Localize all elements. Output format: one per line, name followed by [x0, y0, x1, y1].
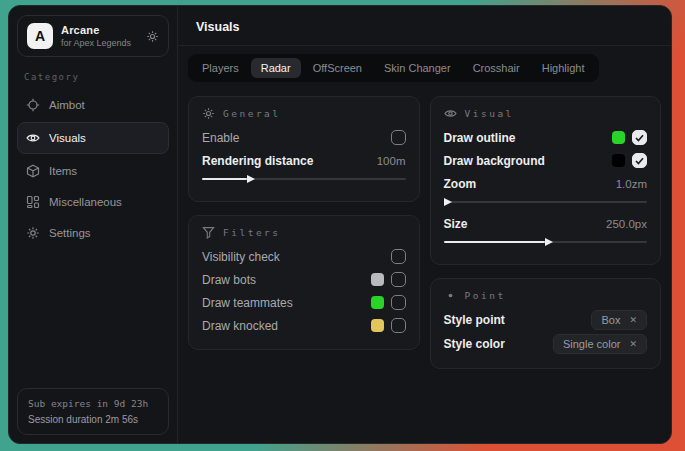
tab-radar[interactable]: Radar [251, 58, 301, 78]
zoom-slider[interactable] [444, 198, 648, 206]
filters-panel-head: Filters [202, 226, 406, 239]
slider-track [202, 178, 406, 180]
tab-offscreen[interactable]: OffScreen [303, 58, 372, 78]
tab-crosshair[interactable]: Crosshair [463, 58, 530, 78]
rendering-distance-label: Rendering distance [202, 154, 313, 168]
size-label: Size [444, 217, 468, 231]
slider-fill [202, 178, 247, 180]
slider-thumb[interactable] [247, 175, 255, 183]
brand-card: A Arcane for Apex Legends [17, 15, 169, 57]
draw-knocked-row: Draw knocked [202, 314, 406, 337]
draw-background-checkbox[interactable] [632, 153, 647, 168]
session-duration-text: Session duration 2m 56s [28, 414, 158, 425]
enable-checkbox[interactable] [391, 130, 406, 145]
style-point-value: Box [601, 314, 620, 326]
funnel-icon [202, 226, 215, 239]
right-column: Visual Draw outline Draw background [430, 96, 662, 369]
rendering-distance-slider[interactable] [202, 175, 406, 183]
eye-icon [444, 107, 457, 120]
draw-teammates-color-swatch[interactable] [371, 296, 384, 309]
draw-bots-row: Draw bots [202, 268, 406, 291]
sidebar-item-label: Items [49, 165, 77, 177]
draw-outline-color-swatch[interactable] [612, 131, 625, 144]
point-panel-head: Point [444, 289, 648, 302]
style-point-row: Style point Box ✕ [444, 308, 648, 332]
category-label: Category [24, 72, 162, 82]
sidebar-item-visuals[interactable]: Visuals [17, 122, 169, 154]
style-point-select[interactable]: Box ✕ [591, 310, 647, 330]
draw-teammates-row: Draw teammates [202, 291, 406, 314]
zoom-label: Zoom [444, 177, 477, 191]
draw-outline-label: Draw outline [444, 131, 516, 145]
visual-panel: Visual Draw outline Draw background [430, 96, 662, 265]
size-slider[interactable] [444, 238, 648, 246]
sidebar-item-label: Settings [49, 227, 91, 239]
tab-highlight[interactable]: Highlight [532, 58, 595, 78]
sidebar-item-miscellaneous[interactable]: Miscellaneous [17, 188, 169, 216]
panel-title: General [223, 108, 281, 119]
crosshair-icon [26, 98, 40, 112]
size-value: 250.0px [606, 218, 647, 230]
draw-bots-checkbox[interactable] [391, 272, 406, 287]
visibility-check-label: Visibility check [202, 250, 280, 264]
general-panel: General Enable Rendering distance 100m [188, 96, 420, 202]
panel-title: Point [465, 290, 506, 301]
enable-label: Enable [202, 131, 239, 145]
panel-title: Filters [223, 227, 281, 238]
sidebar-item-items[interactable]: Items [17, 157, 169, 185]
style-color-row: Style color Single color ✕ [444, 332, 648, 356]
draw-background-color-swatch[interactable] [612, 154, 625, 167]
style-color-select[interactable]: Single color ✕ [553, 334, 647, 354]
subscription-info-card: Sub expires in 9d 23h Session duration 2… [17, 388, 169, 435]
visual-panel-head: Visual [444, 107, 648, 120]
style-color-label: Style color [444, 337, 505, 351]
draw-teammates-label: Draw teammates [202, 296, 293, 310]
draw-knocked-color-swatch[interactable] [371, 319, 384, 332]
slider-thumb[interactable] [545, 238, 553, 246]
slider-track [444, 201, 648, 203]
sidebar-item-label: Visuals [49, 132, 86, 144]
draw-knocked-checkbox[interactable] [391, 318, 406, 333]
style-color-value: Single color [563, 338, 620, 350]
enable-row: Enable [202, 126, 406, 149]
draw-bots-label: Draw bots [202, 273, 256, 287]
gear-icon [26, 226, 40, 240]
gear-icon [202, 107, 215, 120]
sidebar-item-aimbot[interactable]: Aimbot [17, 91, 169, 119]
content: General Enable Rendering distance 100m [178, 86, 671, 369]
slider-thumb[interactable] [444, 198, 452, 206]
filters-panel: Filters Visibility check Draw bots [188, 215, 420, 350]
sidebar-nav: Aimbot Visuals Items [17, 91, 169, 247]
slider-fill [444, 241, 546, 243]
app-subtitle: for Apex Legends [61, 38, 138, 48]
draw-teammates-checkbox[interactable] [391, 295, 406, 310]
main-header: Visuals [178, 6, 671, 46]
app-logo: A [27, 23, 53, 49]
visibility-check-checkbox[interactable] [391, 249, 406, 264]
size-row: Size 250.0px [444, 212, 648, 235]
left-column: General Enable Rendering distance 100m [188, 96, 420, 350]
settings-gear-icon[interactable] [146, 30, 159, 43]
main-area: Visuals Players Radar OffScreen Skin Cha… [178, 6, 671, 443]
tabbar-wrap: Players Radar OffScreen Skin Changer Cro… [178, 46, 671, 86]
draw-outline-checkbox[interactable] [632, 130, 647, 145]
draw-background-label: Draw background [444, 154, 545, 168]
draw-bots-color-swatch[interactable] [371, 273, 384, 286]
sidebar-item-label: Miscellaneous [49, 196, 122, 208]
close-icon[interactable]: ✕ [629, 315, 637, 325]
draw-knocked-label: Draw knocked [202, 319, 278, 333]
visibility-check-row: Visibility check [202, 245, 406, 268]
zoom-row: Zoom 1.0zm [444, 172, 648, 195]
slider-track [444, 241, 648, 243]
draw-outline-row: Draw outline [444, 126, 648, 149]
app-name: Arcane [61, 24, 138, 36]
close-icon[interactable]: ✕ [629, 339, 637, 349]
tab-skin-changer[interactable]: Skin Changer [374, 58, 461, 78]
rendering-distance-row: Rendering distance 100m [202, 149, 406, 172]
dashboard-icon [26, 195, 40, 209]
tab-players[interactable]: Players [192, 58, 249, 78]
sidebar-item-settings[interactable]: Settings [17, 219, 169, 247]
zoom-value: 1.0zm [616, 178, 647, 190]
sub-expires-text: Sub expires in 9d 23h [28, 398, 158, 409]
panel-title: Visual [465, 108, 514, 119]
